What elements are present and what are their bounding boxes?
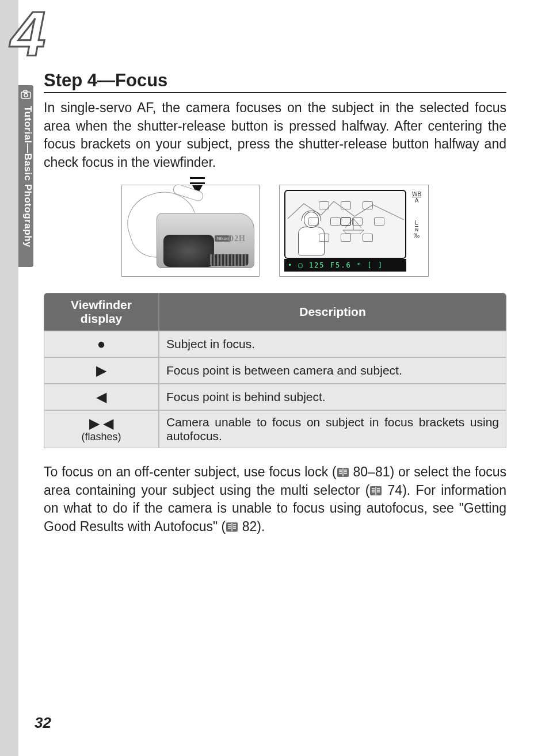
viewfinder-side-indicators: WB A L ɴ ‰ [409,191,425,255]
camera-model-label: D2H [228,234,246,243]
page-reference-icon [337,467,349,478]
figure-viewfinder: • ▢ 125 F5.6 ᵐ [ ] WB A L ɴ ‰ [279,185,429,277]
focus-bracket [341,201,351,209]
content-area: Step 4—Focus In single-servo AF, the cam… [44,70,506,536]
section-tab-label: Tutorial—Basic Photography [18,105,33,266]
quality-indicator: L ɴ ‰ [409,220,425,239]
desc-in-focus: Subject in focus. [159,331,506,357]
table-row: ◀ Focus point is behind subject. [44,384,506,410]
camera-lens [163,235,214,267]
viewfinder-frame [284,190,406,259]
section-tab: Tutorial—Basic Photography [18,85,33,267]
focus-bracket [363,201,373,209]
symbol-front-focus: ▶ [44,357,159,384]
page-reference-icon [369,485,382,497]
post-paragraph: To focus on an off-center subject, use f… [44,463,506,536]
table-row: ▶ ◀ (flashes) Camera unable to focus on … [44,410,506,448]
focus-bracket [330,217,341,226]
svg-point-2 [24,94,28,97]
camera-icon [21,90,31,99]
page-reference-icon [226,521,238,533]
desc-back-focus: Focus point is behind subject. [159,384,506,410]
left-gutter [0,0,18,756]
focus-bracket [363,234,373,242]
focus-bracket-active [341,217,351,226]
symbol-back-focus: ◀ [44,384,159,410]
table-header-display: Viewfinder display [44,293,159,331]
table-header-description: Description [159,293,506,331]
desc-front-focus: Focus point is between camera and subjec… [159,357,506,384]
focus-bracket [352,217,363,226]
focus-bracket [319,201,329,209]
press-indicator-bars [190,177,205,184]
table-row: ▶ Focus point is between camera and subj… [44,357,506,384]
viewfinder-status-bar: • ▢ 125 F5.6 ᵐ [ ] [284,259,406,272]
figure-row: Nikon D2H [44,185,506,277]
viewfinder-display-table: Viewfinder display Description ● Subject… [44,293,506,448]
intro-paragraph: In single-servo AF, the camera focuses o… [44,99,506,172]
focus-bracket [308,217,319,226]
wb-indicator: WB A [409,191,425,204]
svg-rect-1 [24,90,27,93]
focus-bracket [341,234,351,242]
figure-camera-press: Nikon D2H [121,185,260,277]
manual-page: 4 Tutorial—Basic Photography Step 4—Focu… [0,0,549,756]
page-number: 32 [35,714,51,732]
desc-unable-focus: Camera unable to focus on subject in foc… [159,410,506,448]
table-row: ● Subject in focus. [44,331,506,357]
symbol-unable-focus: ▶ ◀ (flashes) [44,410,159,448]
chapter-number: 4 [10,0,42,70]
symbol-in-focus: ● [44,331,159,357]
focus-bracket [374,217,384,226]
page-title: Step 4—Focus [44,70,506,93]
camera-grip [208,254,249,266]
focus-bracket [319,234,329,242]
